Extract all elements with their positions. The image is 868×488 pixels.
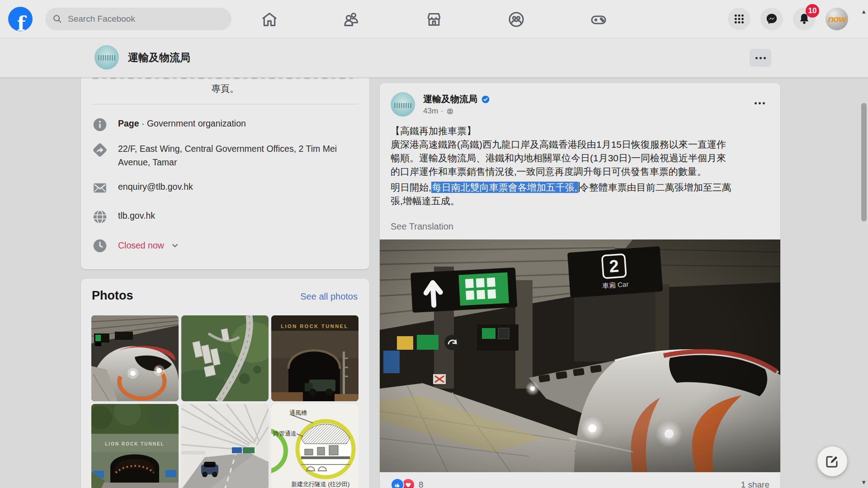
globe-icon [92,209,108,225]
share-arrow-icon [92,142,108,158]
info-icon [92,117,108,133]
post-text: 【高鐵再加推車票】 廣深港高速鐵路(高鐵)西九龍口岸及高鐵香港段由1月15日恢復… [391,124,770,208]
photos-card: Photos See all photos [81,279,369,488]
tab-groups[interactable] [507,10,526,29]
post-text-line: 的口岸運作和車票銷售情況後,一致同意再度調升每日可供發售車票的數量。 [391,165,770,178]
menu-button[interactable] [728,8,750,30]
notifications-button[interactable]: 10 [793,8,816,30]
page-header-strip: 運輸及物流局 [0,38,868,78]
compose-post-button[interactable] [817,446,847,476]
search-icon [52,14,62,24]
profile-avatar[interactable]: now [826,8,848,30]
photo-thumb-tunnel-construction[interactable]: LION ROCK TUNNEL [271,315,359,401]
photo-thumb-highway[interactable] [181,404,269,488]
page-title: 運輸及物流局 [128,51,190,65]
clock-icon [92,238,108,254]
tunnel-sign-text: LION ROCK TUNNEL [281,324,348,329]
page-avatar[interactable] [94,45,119,70]
see-translation-link[interactable]: See Translation [391,221,453,232]
diagram-vent-label: 通風槽 [289,409,307,416]
page-category-row: Page · Government organization [92,117,361,133]
tab-friends[interactable] [342,10,361,29]
email-row: enquiry@tlb.gov.hk [92,180,361,196]
mail-icon [92,180,108,196]
reaction-count[interactable]: 8 [419,480,424,488]
like-reaction-icon [391,478,404,488]
messenger-button[interactable] [760,8,783,30]
post-card: 運輸及物流局 43m · 【高鐵再加推車票】 廣深港高速鐵路(高鐵)西九龍口岸及… [380,83,780,488]
post-text-line: 明日開始,每日南北雙向車票會各增加五千張,令整體車票由目前二萬張增加至三萬 [391,181,770,194]
notification-badge: 10 [806,4,819,18]
post-photo[interactable]: 2 車廂 Car [380,239,780,472]
photo-thumb-diagram[interactable]: 通風槽 跨管通道 新建北行隧道 (往沙田) [271,404,359,488]
facebook-f-glyph: f [17,14,26,31]
chevron-down-icon[interactable] [172,238,178,251]
category-label: Page [118,118,139,128]
post-more-button[interactable] [751,99,769,108]
selected-text: 每日南北雙向車票會各增加五千張, [431,182,578,193]
nav-tabs [260,10,608,29]
category-value: · Government organization [139,118,246,128]
post-text-line: 廣深港高速鐵路(高鐵)西九龍口岸及高鐵香港段由1月15日恢復服務以來一直運作 [391,138,770,151]
post-author-name[interactable]: 運輸及物流局 [423,93,477,105]
intro-card: 專頁。 Page · Government organization 22/F,… [81,68,369,269]
divider [92,104,359,104]
scrollbar-thumb[interactable] [861,103,867,221]
search-bar[interactable] [45,8,231,30]
reaction-icons[interactable] [391,478,415,488]
post-engagement-row: 8 1 share [391,477,769,488]
gaming-icon [590,10,608,28]
address-text: 22/F, East Wing, Central Government Offi… [118,142,358,169]
intro-text-tail: 專頁。 [81,83,369,95]
post-text-line: 暢順。運輸及物流局、港鐵和內地相關單位今日(1月30日)一同檢視過近半個月來 [391,151,770,165]
share-count[interactable]: 1 share [741,480,769,488]
scrollbar-down-arrow[interactable]: ▼ [861,479,867,486]
friends-icon [343,10,361,28]
website-link[interactable]: tlb.gov.hk [118,209,155,222]
hours-row: Closed now [92,238,361,254]
photo-thumb-train[interactable] [91,315,179,401]
tunnel-portal-sign-text: LION ROCK TUNNEL [105,441,164,446]
profile-avatar-label: now [828,14,846,24]
messenger-icon [765,12,778,26]
scrollbar-up-arrow[interactable]: ▲ [861,8,867,15]
photo-thumb-tunnel-portal[interactable]: LION ROCK TUNNEL [91,404,179,488]
groups-icon [507,10,525,28]
tab-marketplace[interactable] [425,10,443,29]
verified-badge-icon [481,95,490,104]
photo-thumb-aerial[interactable] [181,315,269,401]
post-text-line: 張,增幅達五成。 [391,194,770,208]
photo-grid: LION ROCK TUNNEL LION R [91,315,359,488]
tab-home[interactable] [260,10,279,29]
email-text: enquiry@tlb.gov.hk [118,180,193,193]
address-row: 22/F, East Wing, Central Government Offi… [92,142,361,169]
tab-gaming[interactable] [589,10,608,29]
home-icon [260,10,278,28]
diagram-crosspassage-label: 跨管通道 [273,430,297,437]
page-more-button[interactable] [750,49,771,67]
grid-menu-icon [733,13,745,25]
post-author-avatar[interactable] [391,92,415,117]
top-nav-bar: f [0,0,868,38]
photos-title: Photos [92,289,133,303]
see-all-photos-link[interactable]: See all photos [300,291,358,302]
search-input[interactable] [67,14,218,24]
public-globe-icon [446,108,454,115]
post-timestamp: 43m [423,107,438,116]
hours-status[interactable]: Closed now [118,240,164,250]
diagram-caption: 新建北行隧道 (往沙田) [291,481,349,488]
edit-pencil-icon [825,454,840,469]
website-row: tlb.gov.hk [92,209,361,225]
post-meta[interactable]: 43m · [423,107,454,116]
nav-right-icons: 10 now [728,8,848,30]
marketplace-icon [425,10,443,28]
facebook-logo[interactable]: f [8,7,33,31]
post-text-line: 【高鐵再加推車票】 [391,124,770,138]
